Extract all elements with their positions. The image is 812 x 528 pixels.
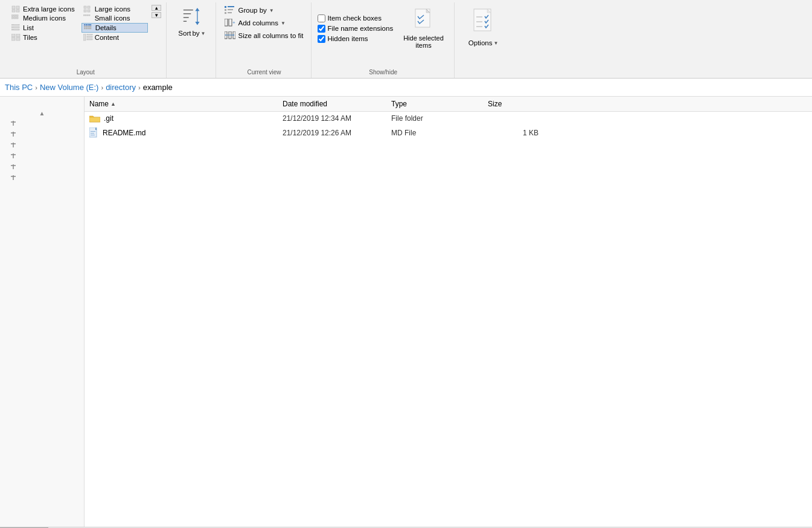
nav-pin-2[interactable] (0, 129, 84, 140)
layout-details[interactable]: Details (82, 23, 149, 33)
file-date-git: 21/12/2019 12:34 AM (278, 113, 386, 124)
hidden-items-toggle[interactable]: Hidden items (318, 35, 394, 43)
svg-rect-7 (88, 10, 90, 12)
showhide-label: Show/hide (369, 66, 397, 76)
md-file-icon-readme (89, 127, 99, 138)
layout-large-icons[interactable]: Large icons (82, 5, 149, 13)
nav-pin-6[interactable] (0, 172, 84, 183)
sort-button[interactable]: Sort by ▼ (173, 5, 211, 40)
details-label: Details (95, 24, 117, 31)
cv-items: Group by ▼ + Add columns ▼ (222, 5, 305, 41)
file-type-git: File folder (386, 113, 483, 124)
list-label: List (23, 24, 34, 31)
svg-text:+: + (232, 20, 235, 25)
svg-rect-11 (11, 17, 13, 19)
folder-icon-git (89, 114, 100, 123)
file-size-readme: 1 KB (483, 127, 543, 138)
layout-list[interactable]: List (10, 23, 77, 33)
svg-rect-18 (11, 24, 13, 25)
file-name-readme: README.md (85, 126, 278, 140)
col-type-label: Type (391, 100, 407, 108)
pin-icon-4 (10, 152, 17, 159)
showhide-group: Item check boxes File name extensions Hi… (313, 2, 455, 78)
file-name-extensions-input[interactable] (318, 25, 325, 33)
size-all-columns-button[interactable]: Size all columns to fit (222, 30, 305, 41)
layout-content[interactable]: Content (82, 33, 149, 42)
svg-rect-25 (86, 24, 88, 25)
ribbon: Extra large icons Large icons Medium ico… (0, 0, 812, 79)
nav-pin-3[interactable] (0, 140, 84, 150)
svg-rect-28 (86, 26, 88, 27)
svg-rect-48 (225, 6, 226, 8)
file-name-extensions-toggle[interactable]: File name extensions (318, 25, 394, 33)
breadcrumb-new-volume[interactable]: New Volume (E:) (40, 83, 99, 92)
svg-rect-13 (16, 17, 18, 19)
svg-rect-52 (228, 9, 233, 10)
layout-scroll: ▲ ▼ (152, 5, 161, 18)
options-icon (472, 8, 496, 37)
nav-scroll-up[interactable]: ▲ (0, 109, 84, 118)
col-header-name[interactable]: Name ▲ (85, 98, 278, 110)
col-header-type[interactable]: Type (386, 98, 483, 110)
large-icons-icon (83, 5, 93, 13)
layout-scroll-up[interactable]: ▲ (152, 5, 161, 11)
sort-sub-label: by (192, 30, 199, 37)
options-content: Options ▼ (461, 5, 507, 66)
extra-large-icons-icon (11, 5, 21, 13)
hide-selected-button[interactable]: Hide selecteditems (398, 5, 449, 52)
checkbox-items: Item check boxes File name extensions Hi… (318, 5, 394, 52)
item-checkboxes-input[interactable] (318, 14, 325, 22)
hide-selected-label: Hide selecteditems (403, 34, 444, 49)
svg-rect-15 (85, 14, 86, 16)
layout-tiles[interactable]: Tiles (10, 33, 77, 42)
svg-rect-31 (86, 28, 88, 29)
file-row-readme[interactable]: README.md 21/12/2019 12:26 AM MD File 1 … (85, 125, 812, 141)
size-all-columns-icon (225, 31, 235, 40)
svg-rect-50 (225, 12, 226, 14)
breadcrumb-sep-2: › (101, 84, 103, 91)
group-by-button[interactable]: Group by ▼ (222, 5, 305, 16)
add-columns-button[interactable]: + Add columns ▼ (222, 18, 305, 28)
layout-small-icons[interactable]: Small icons (82, 14, 149, 22)
pin-icon-2 (10, 130, 17, 138)
layout-extra-large-icons[interactable]: Extra large icons (10, 5, 77, 13)
svg-rect-55 (229, 19, 232, 26)
current-view-content: Group by ▼ + Add columns ▼ (222, 5, 305, 66)
options-button[interactable]: Options ▼ (461, 5, 507, 50)
col-header-date[interactable]: Date modified (278, 98, 386, 110)
nav-pin-4[interactable] (0, 150, 84, 161)
layout-scroll-down[interactable]: ▼ (152, 12, 161, 18)
file-name-git: .git (85, 113, 278, 124)
svg-rect-51 (228, 6, 234, 7)
sort-icon (182, 8, 202, 27)
col-header-size[interactable]: Size (483, 98, 543, 110)
file-row-git[interactable]: .git 21/12/2019 12:34 AM File folder (85, 112, 812, 125)
svg-rect-35 (11, 37, 15, 40)
file-list-header: Name ▲ Date modified Type Size (85, 97, 812, 112)
sort-group: Sort by ▼ s (168, 2, 216, 78)
options-group: Options ▼ o (456, 2, 511, 78)
hidden-items-input[interactable] (318, 35, 325, 43)
layout-medium-icons[interactable]: Medium icons (10, 14, 77, 22)
sort-label-wrapper: Sort by ▼ (178, 30, 205, 37)
svg-rect-27 (84, 26, 85, 27)
breadcrumb-this-pc[interactable]: This PC (5, 83, 33, 92)
file-name-readme-label: README.md (103, 129, 145, 137)
nav-pin-5[interactable] (0, 161, 84, 172)
layout-group-content: Extra large icons Large icons Medium ico… (10, 5, 161, 66)
col-size-label: Size (488, 100, 502, 108)
breadcrumb-sep-3: › (138, 84, 141, 91)
svg-rect-49 (225, 9, 226, 11)
col-name-label: Name (89, 100, 109, 108)
svg-rect-4 (84, 6, 86, 8)
add-columns-label: Add columns (238, 19, 278, 27)
group-by-arrow: ▼ (269, 8, 274, 13)
pin-icon-5 (10, 163, 17, 170)
breadcrumb-directory[interactable]: directory (106, 83, 136, 92)
tiles-label: Tiles (23, 34, 37, 41)
nav-pin-1[interactable] (0, 118, 84, 129)
file-size-git (483, 117, 543, 120)
svg-rect-6 (84, 10, 86, 12)
item-checkboxes-toggle[interactable]: Item check boxes (318, 14, 394, 22)
svg-rect-39 (87, 36, 92, 37)
